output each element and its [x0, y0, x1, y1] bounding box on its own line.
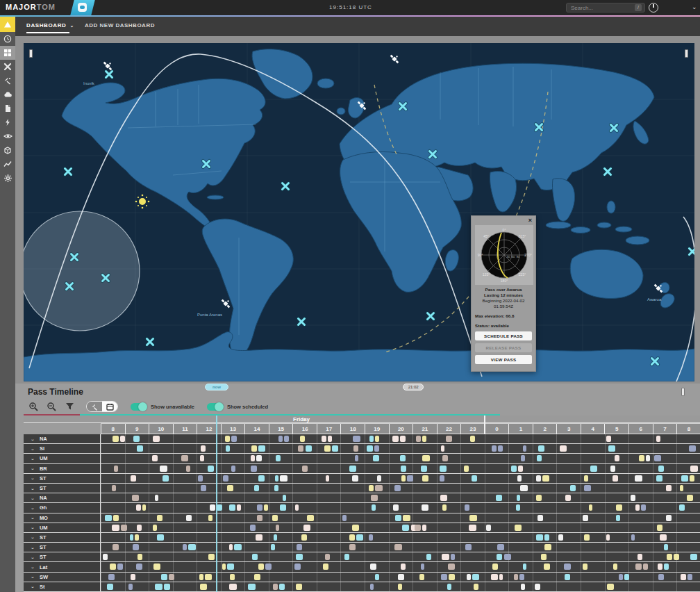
pass-block[interactable] — [400, 436, 406, 442]
sidebar-item-satellites[interactable] — [0, 60, 15, 74]
pass-block[interactable] — [654, 455, 661, 461]
pass-block[interactable] — [342, 515, 347, 521]
pass-block[interactable] — [624, 574, 629, 580]
sidebar-item-monitor[interactable] — [0, 129, 15, 143]
pass-block[interactable] — [419, 574, 424, 580]
pass-block[interactable] — [446, 436, 453, 442]
pass-block[interactable] — [612, 475, 618, 482]
pass-block[interactable] — [188, 544, 195, 550]
row-track[interactable] — [101, 513, 700, 523]
row-track[interactable] — [101, 484, 700, 493]
satellite-marker-icon[interactable] — [62, 166, 74, 177]
drag-handle-icon[interactable] — [29, 49, 33, 58]
pass-block[interactable] — [136, 504, 141, 511]
pass-block[interactable] — [356, 534, 362, 541]
pass-block[interactable] — [451, 554, 456, 560]
pass-block[interactable] — [303, 525, 310, 531]
satellite-marker-icon[interactable] — [608, 122, 619, 133]
pass-block[interactable] — [499, 574, 503, 580]
pass-block[interactable] — [469, 515, 477, 521]
row-label-um[interactable]: ⌄UM — [24, 523, 101, 532]
row-track[interactable] — [101, 523, 700, 532]
pass-block[interactable] — [258, 564, 265, 570]
pass-block[interactable] — [374, 445, 380, 452]
pass-block[interactable] — [208, 515, 213, 521]
pass-block[interactable] — [229, 504, 235, 511]
pass-block[interactable] — [520, 485, 528, 491]
zoom-in-button[interactable] — [28, 401, 39, 412]
pass-block[interactable] — [422, 525, 426, 531]
pass-block[interactable] — [161, 574, 167, 580]
pass-block[interactable] — [153, 436, 160, 442]
pass-block[interactable] — [515, 525, 522, 531]
tab-dashboard[interactable]: DASHBOARD⌄ — [26, 22, 74, 28]
pass-block[interactable] — [273, 584, 278, 590]
sidebar-item-commands[interactable] — [0, 115, 15, 129]
view-mode-segmented-control[interactable] — [86, 401, 118, 412]
pass-block[interactable] — [658, 466, 664, 472]
pass-block[interactable] — [257, 515, 262, 521]
pass-block[interactable] — [113, 515, 119, 521]
pass-block[interactable] — [306, 445, 312, 452]
satellite-marker-icon[interactable] — [201, 158, 212, 170]
pass-block[interactable] — [441, 445, 444, 452]
pass-block[interactable] — [234, 544, 242, 550]
satellite-marker-icon[interactable] — [427, 149, 438, 160]
toggle-switch[interactable] — [131, 403, 147, 411]
pass-block[interactable] — [227, 564, 234, 570]
pass-block[interactable] — [631, 495, 635, 501]
pass-block[interactable] — [664, 544, 668, 550]
pass-block[interactable] — [590, 466, 597, 472]
close-icon[interactable]: × — [528, 217, 532, 224]
spacecraft-marker-icon[interactable] — [389, 54, 400, 65]
pass-block[interactable] — [227, 485, 234, 491]
pass-block[interactable] — [349, 544, 356, 550]
pass-block[interactable] — [521, 455, 526, 461]
sidebar-item-packages[interactable] — [0, 143, 15, 157]
pass-block[interactable] — [448, 564, 455, 570]
pass-block[interactable] — [256, 534, 262, 541]
pass-block[interactable] — [464, 466, 469, 472]
satellite-marker-icon[interactable] — [533, 122, 544, 133]
pass-block[interactable] — [297, 544, 302, 550]
satellite-marker-icon[interactable] — [280, 181, 291, 192]
pass-block[interactable] — [272, 515, 278, 521]
row-track[interactable] — [101, 503, 700, 512]
pass-block[interactable] — [256, 455, 262, 461]
pass-block[interactable] — [422, 436, 426, 442]
pass-block[interactable] — [496, 495, 503, 501]
pass-block[interactable] — [690, 554, 697, 560]
row-label-si[interactable]: ⌄SI — [24, 444, 101, 453]
pass-block[interactable] — [635, 564, 642, 570]
pass-block[interactable] — [186, 466, 191, 472]
pass-block[interactable] — [103, 554, 108, 560]
pass-block[interactable] — [656, 475, 662, 482]
satellite-marker-icon[interactable] — [64, 281, 75, 292]
pass-block[interactable] — [137, 525, 142, 531]
row-label-lat[interactable]: ⌄Lat — [24, 562, 101, 571]
pass-block[interactable] — [250, 525, 256, 531]
pass-block[interactable] — [657, 525, 662, 531]
pass-block[interactable] — [492, 445, 497, 452]
row-track[interactable] — [101, 493, 700, 502]
row-track[interactable] — [101, 562, 700, 571]
row-label-sw[interactable]: ⌄SW — [24, 573, 101, 582]
pass-block[interactable] — [160, 466, 167, 472]
pass-block[interactable] — [252, 554, 258, 560]
zoom-out-button[interactable] — [46, 401, 57, 412]
pass-block[interactable] — [344, 554, 349, 560]
pass-block[interactable] — [276, 525, 280, 531]
pass-block[interactable] — [284, 436, 288, 442]
pass-block[interactable] — [606, 534, 610, 541]
pass-block[interactable] — [155, 495, 158, 501]
pass-block[interactable] — [544, 534, 549, 541]
row-label-st[interactable]: ⌄St — [24, 582, 101, 591]
pass-block[interactable] — [666, 485, 672, 491]
pass-block[interactable] — [643, 564, 648, 570]
pass-block[interactable] — [230, 574, 235, 580]
pass-block[interactable] — [181, 455, 188, 461]
pass-block[interactable] — [222, 564, 226, 570]
pass-block[interactable] — [584, 475, 589, 482]
pass-block[interactable] — [398, 584, 402, 590]
view-pass-button[interactable]: VIEW PASS — [475, 355, 532, 364]
